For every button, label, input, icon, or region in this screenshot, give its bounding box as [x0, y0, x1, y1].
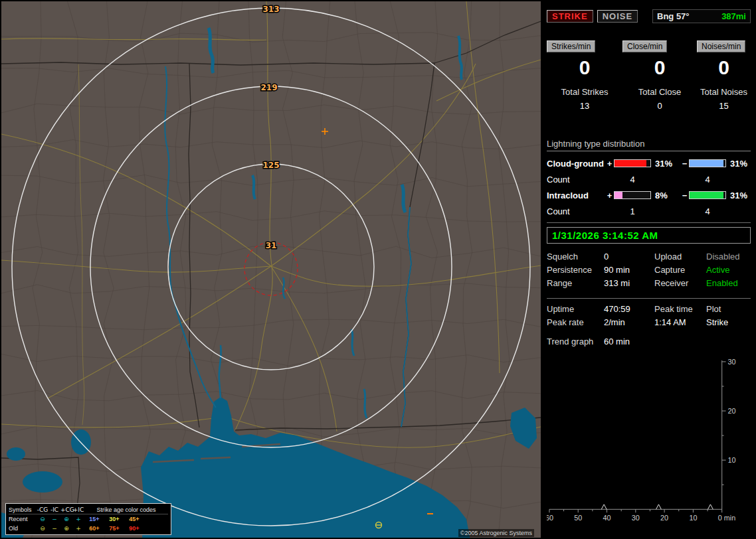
count-label: Count	[547, 206, 605, 216]
close-rate-column: Close/min 0 Total Close 0	[622, 40, 697, 111]
legend-col-neg-cg: -CG	[37, 505, 48, 514]
cg-negative-bar-fill	[690, 160, 723, 167]
bearing-value: Bng 57°	[657, 11, 690, 21]
total-strikes-label: Total Strikes	[547, 87, 622, 97]
age-badge: 45+	[124, 514, 144, 524]
intracloud-label: Intracloud	[547, 191, 605, 200]
neg-ic-icon: −	[48, 514, 60, 524]
noises-per-min-value: 0	[697, 58, 751, 78]
legend-symbols-label: Symbols	[9, 505, 37, 514]
strikes-per-min-chip: Strikes/min	[547, 40, 595, 52]
receiver-settings: Squelch 0 Upload Disabled Persistence 90…	[547, 250, 751, 290]
neg-cg-icon: ⊖	[37, 524, 48, 533]
lightning-map[interactable]: 313 219 125 31 Symbols -CG -IC	[1, 1, 541, 538]
trend-graph-row: Trend graph 60 min	[547, 335, 751, 348]
pos-ic-icon: +	[72, 514, 84, 524]
cg-negative-count: 4	[689, 175, 726, 185]
count-label: Count	[547, 175, 605, 185]
legend-recent-label: Recent	[9, 514, 37, 524]
ic-positive-pct: 8%	[651, 191, 680, 200]
trend-window-value: 60 min	[604, 335, 654, 348]
ic-negative-count: 4	[689, 206, 726, 216]
ic-negative-bar-fill	[690, 192, 723, 198]
capture-status: Active	[706, 264, 751, 277]
cg-positive-bar	[614, 159, 651, 167]
neg-cg-icon: ⊖	[37, 514, 48, 524]
rates-section: Strikes/min 0 Total Strikes 13 Close/min…	[547, 40, 751, 111]
map-svg: 313 219 125 31	[1, 1, 541, 538]
legend-old-label: Old	[9, 524, 37, 533]
ic-positive-bar	[614, 191, 651, 199]
age-badge: 15+	[84, 514, 104, 524]
svg-text:20: 20	[660, 514, 668, 522]
close-per-min-chip: Close/min	[622, 40, 667, 52]
svg-text:20: 20	[728, 407, 736, 415]
bearing-panel: Bng 57° 387mi	[652, 9, 751, 23]
distribution-title: Lightning type distribution	[547, 139, 751, 151]
plot-label: Plot	[706, 303, 751, 316]
receiver-label: Receiver	[654, 277, 706, 290]
capture-label: Capture	[654, 264, 706, 277]
divider	[547, 298, 751, 299]
pos-ic-icon: +	[72, 524, 84, 533]
svg-text:10: 10	[728, 456, 736, 464]
svg-text:30: 30	[728, 358, 736, 366]
map-legend: Symbols -CG -IC +CG +IC Strike age color…	[5, 503, 171, 535]
total-noises-label: Total Noises	[697, 87, 751, 97]
nexstorm-window: 313 219 125 31 Symbols -CG -IC	[0, 0, 756, 539]
current-datetime: 1/31/2026 3:14:52 AM	[547, 227, 751, 244]
receiver-status: Enabled	[706, 277, 751, 290]
cg-positive-count: 4	[614, 175, 651, 185]
ic-positive-bar-fill	[614, 192, 622, 198]
age-badge: 90+	[124, 524, 144, 533]
total-noises-value: 15	[697, 101, 751, 111]
strikes-per-min-value: 0	[547, 58, 622, 78]
squelch-label: Squelch	[547, 250, 604, 264]
uptime-label: Uptime	[547, 303, 604, 316]
legend-header-row: Symbols -CG -IC +CG +IC Strike age color…	[9, 505, 168, 514]
minus-sign: −	[680, 159, 689, 169]
sidebar: STRIKE NOISE Bng 57° 387mi Strikes/min 0…	[543, 0, 753, 539]
minus-sign: −	[680, 191, 689, 200]
trend-chart-svg: 1020306050403020100 min	[547, 354, 751, 525]
ic-positive-count: 1	[614, 206, 651, 216]
age-badge: 60+	[84, 524, 104, 533]
close-per-min-value: 0	[622, 58, 697, 78]
svg-text:10: 10	[689, 514, 697, 522]
legend-old-row: Old ⊖ − ⊕ + 60+ 75+ 90+	[9, 524, 168, 533]
copyright-text: ©2005 Astrogenic Systems	[458, 529, 534, 537]
cg-negative-pct: 31%	[726, 159, 751, 169]
ic-negative-bar	[689, 191, 726, 199]
legend-col-pos-cg: +CG	[60, 505, 72, 514]
cg-positive-pct: 31%	[651, 159, 680, 169]
upload-label: Upload	[654, 250, 706, 264]
cloud-ground-count-row: Count 4 4	[547, 171, 751, 187]
peak-rate-label: Peak rate	[547, 316, 604, 329]
trend-graph-label: Trend graph	[547, 335, 604, 348]
intracloud-row: Intracloud + 8% − 31%	[547, 187, 751, 203]
ring-label-313: 313	[262, 5, 279, 14]
persistence-label: Persistence	[547, 264, 604, 277]
distance-value: 387mi	[721, 11, 746, 21]
peak-time-value: 1:14 AM	[654, 316, 706, 329]
cg-negative-bar	[689, 159, 726, 167]
neg-ic-icon: −	[48, 524, 60, 533]
plus-sign: +	[605, 159, 614, 169]
uptime-value: 470:59	[604, 303, 654, 316]
pos-cg-icon: ⊕	[60, 524, 72, 533]
noise-mode-button[interactable]: NOISE	[597, 10, 638, 23]
strike-mode-button[interactable]: STRIKE	[547, 10, 593, 23]
pos-cg-icon: ⊕	[60, 514, 72, 524]
svg-text:50: 50	[574, 514, 582, 522]
age-badge: 30+	[104, 514, 124, 524]
intracloud-count-row: Count 1 4	[547, 203, 751, 219]
squelch-value: 0	[604, 250, 654, 264]
legend-col-pos-ic: +IC	[72, 505, 84, 514]
peak-time-label: Peak time	[654, 303, 706, 316]
strikes-rate-column: Strikes/min 0 Total Strikes 13	[547, 40, 622, 111]
ic-negative-pct: 31%	[726, 191, 751, 200]
svg-text:30: 30	[632, 514, 640, 522]
lightning-distribution-section: Lightning type distribution Cloud-ground…	[547, 139, 751, 219]
cloud-ground-label: Cloud-ground	[547, 159, 605, 169]
plot-value: Strike	[706, 316, 751, 329]
